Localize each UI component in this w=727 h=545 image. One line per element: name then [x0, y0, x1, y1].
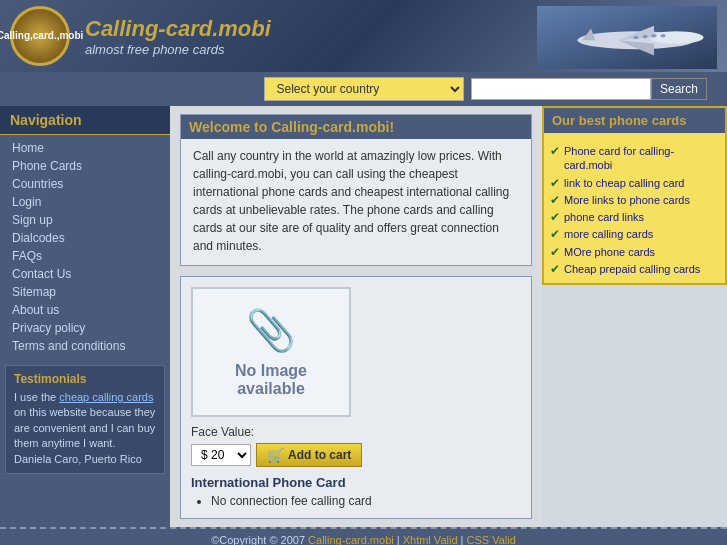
nav-link-privacy[interactable]: Privacy policy — [0, 319, 170, 337]
site-subtitle: almost free phone cards — [85, 42, 271, 57]
no-image-text: No Imageavailable — [235, 362, 307, 398]
best-card-link-4[interactable]: phone card links — [564, 210, 644, 224]
best-card-link-3[interactable]: More links to phone cards — [564, 193, 690, 207]
list-item: ✔ MOre phone cards — [550, 245, 719, 259]
list-item: ✔ More links to phone cards — [550, 193, 719, 207]
nav-link-sitemap[interactable]: Sitemap — [0, 283, 170, 301]
nav-item-signup[interactable]: Sign up — [0, 211, 170, 229]
nav-title: Navigation — [0, 106, 170, 135]
welcome-title: Welcome to Calling-card.mobi! — [181, 115, 531, 139]
svg-point-2 — [650, 31, 704, 44]
product-features: No connection fee calling card — [191, 494, 521, 508]
nav-item-faqs[interactable]: FAQs — [0, 247, 170, 265]
welcome-box: Welcome to Calling-card.mobi! Call any c… — [180, 114, 532, 266]
content-area: Welcome to Calling-card.mobi! Call any c… — [170, 106, 542, 527]
search-button[interactable]: Search — [651, 78, 707, 100]
paperclip-icon: 📎 — [246, 307, 296, 354]
list-item: ✔ link to cheap calling card — [550, 176, 719, 190]
face-value-row: $ 20 $ 5 $ 10 $ 50 🛒 Add to cart — [191, 443, 521, 467]
search-wrapper: Search — [471, 78, 707, 100]
logo: Calling,card.,mobi — [10, 6, 70, 66]
svg-point-9 — [633, 36, 638, 40]
check-icon: ✔ — [550, 176, 560, 190]
nav-link-dialcodes[interactable]: Dialcodes — [0, 229, 170, 247]
nav-item-about[interactable]: About us — [0, 301, 170, 319]
testimonials-author: Daniela Caro, Puerto Rico — [14, 453, 142, 465]
nav-link-about[interactable]: About us — [0, 301, 170, 319]
country-select[interactable]: Select your country — [264, 77, 464, 101]
country-select-wrapper: Select your country — [264, 77, 464, 101]
right-sidebar: Our best phone cards ✔ Phone card for ca… — [542, 106, 727, 527]
footer-css-link[interactable]: CSS Valid — [467, 534, 516, 545]
nav-item-login[interactable]: Login — [0, 193, 170, 211]
check-icon: ✔ — [550, 210, 560, 224]
svg-point-8 — [642, 35, 647, 39]
svg-point-7 — [651, 34, 656, 38]
list-item: ✔ Phone card for calling-card.mobi — [550, 144, 719, 173]
face-value-label: Face Value: — [191, 425, 521, 439]
nav-link-phonecards[interactable]: Phone Cards — [0, 157, 170, 175]
check-icon: ✔ — [550, 245, 560, 259]
add-to-cart-label: Add to cart — [288, 448, 351, 462]
testimonials-link[interactable]: cheap calling cards — [59, 391, 153, 403]
main-layout: Navigation Home Phone Cards Countries Lo… — [0, 106, 727, 527]
cart-icon: 🛒 — [267, 447, 284, 463]
nav-link-login[interactable]: Login — [0, 193, 170, 211]
nav-links: Home Phone Cards Countries Login Sign up… — [0, 135, 170, 359]
testimonials-title: Testimonials — [14, 372, 156, 386]
best-cards-title: Our best phone cards — [544, 108, 725, 133]
site-header: Calling,card.,mobi Calling-card.mobi alm… — [0, 0, 727, 72]
product-title: International Phone Card — [191, 475, 521, 490]
testimonials-text: I use the cheap calling cards on this we… — [14, 390, 156, 467]
footer-xhtml-link[interactable]: Xhtml Valid — [403, 534, 458, 545]
nav-item-phonecards[interactable]: Phone Cards — [0, 157, 170, 175]
product-image-box: 📎 No Imageavailable — [191, 287, 351, 417]
nav-link-home[interactable]: Home — [0, 139, 170, 157]
nav-item-countries[interactable]: Countries — [0, 175, 170, 193]
check-icon: ✔ — [550, 227, 560, 241]
best-cards-box: Our best phone cards ✔ Phone card for ca… — [542, 106, 727, 285]
best-card-link-5[interactable]: more calling cards — [564, 227, 653, 241]
nav-link-contact[interactable]: Contact Us — [0, 265, 170, 283]
header-plane-image — [537, 5, 717, 70]
face-value-select[interactable]: $ 20 $ 5 $ 10 $ 50 — [191, 444, 251, 466]
site-title: Calling-card.mobi — [85, 16, 271, 42]
footer-copyright: ©Copyright © 2007 Calling-card.mobi | Xh… — [0, 527, 727, 545]
best-card-link-7[interactable]: Cheap prepaid calling cards — [564, 262, 700, 276]
header-title-area: Calling-card.mobi almost free phone card… — [85, 16, 271, 57]
check-icon: ✔ — [550, 144, 560, 158]
best-cards-list: ✔ Phone card for calling-card.mobi ✔ lin… — [544, 137, 725, 283]
best-card-link-6[interactable]: MOre phone cards — [564, 245, 655, 259]
nav-item-privacy[interactable]: Privacy policy — [0, 319, 170, 337]
logo-text: Calling,card.,mobi — [0, 30, 83, 42]
nav-item-dialcodes[interactable]: Dialcodes — [0, 229, 170, 247]
product-feature-1: No connection fee calling card — [211, 494, 521, 508]
add-to-cart-button[interactable]: 🛒 Add to cart — [256, 443, 362, 467]
search-input[interactable] — [471, 78, 651, 100]
product-section: 📎 No Imageavailable Face Value: $ 20 $ 5… — [180, 276, 532, 519]
nav-link-countries[interactable]: Countries — [0, 175, 170, 193]
check-icon: ✔ — [550, 262, 560, 276]
nav-link-faqs[interactable]: FAQs — [0, 247, 170, 265]
footer-site-link[interactable]: Calling-card.mobi — [308, 534, 394, 545]
list-item: ✔ phone card links — [550, 210, 719, 224]
nav-item-contact[interactable]: Contact Us — [0, 265, 170, 283]
welcome-text: Call any country in the world at amazing… — [193, 147, 519, 255]
top-bar: Select your country Search — [0, 72, 727, 106]
nav-item-sitemap[interactable]: Sitemap — [0, 283, 170, 301]
best-card-link-1[interactable]: Phone card for calling-card.mobi — [564, 144, 719, 173]
testimonials-box: Testimonials I use the cheap calling car… — [5, 365, 165, 474]
top-bar-inner: Select your country Search — [10, 77, 717, 101]
svg-point-6 — [660, 34, 665, 38]
list-item: ✔ more calling cards — [550, 227, 719, 241]
best-card-link-2[interactable]: link to cheap calling card — [564, 176, 684, 190]
list-item: ✔ Cheap prepaid calling cards — [550, 262, 719, 276]
nav-item-terms[interactable]: Terms and conditions — [0, 337, 170, 355]
nav-link-terms[interactable]: Terms and conditions — [0, 337, 170, 355]
nav-item-home[interactable]: Home — [0, 139, 170, 157]
check-icon: ✔ — [550, 193, 560, 207]
nav-link-signup[interactable]: Sign up — [0, 211, 170, 229]
left-sidebar: Navigation Home Phone Cards Countries Lo… — [0, 106, 170, 527]
